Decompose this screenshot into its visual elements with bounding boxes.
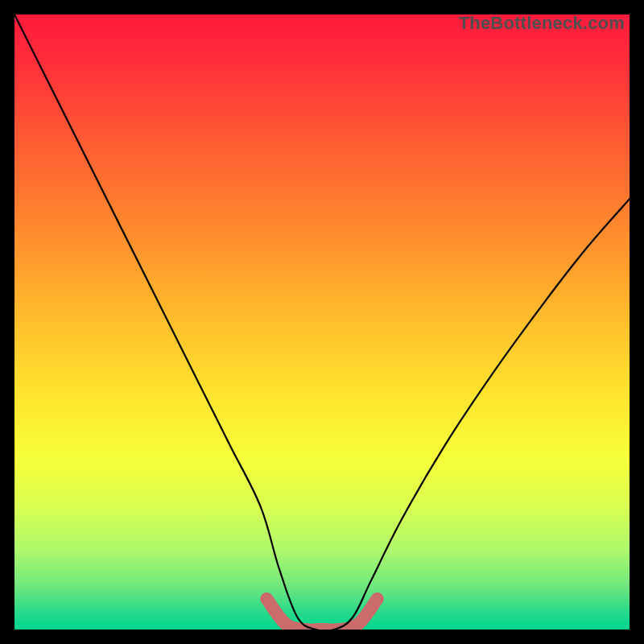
chart-frame: TheBottleneck.com bbox=[14, 14, 630, 630]
bottleneck-chart bbox=[14, 14, 630, 630]
gradient-background bbox=[14, 14, 630, 630]
watermark-text: TheBottleneck.com bbox=[459, 13, 625, 34]
